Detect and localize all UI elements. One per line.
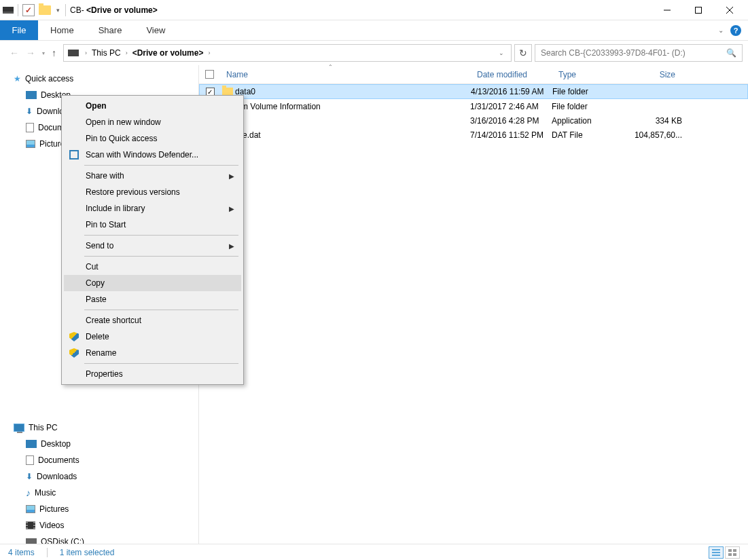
- file-list-area[interactable]: Name ⌃ Date modified Type Size ✓ data0 4…: [198, 65, 748, 544]
- addr-dropdown-icon[interactable]: ⌄: [496, 50, 507, 56]
- ribbon-expand-icon[interactable]: ⌄: [718, 26, 724, 34]
- file-row-svi[interactable]: tem Volume Information 1/31/2017 2:46 AM…: [199, 99, 748, 113]
- nav-pc-documents[interactable]: Documents: [8, 452, 198, 468]
- qat-dropdown-icon[interactable]: ▾: [55, 7, 61, 14]
- download-icon: ⬇: [26, 107, 33, 116]
- sort-indicator-icon: ⌃: [328, 64, 333, 70]
- cm-pin-start[interactable]: Pin to Start: [64, 217, 241, 233]
- status-bar: 4 items 1 item selected: [0, 544, 748, 560]
- cm-delete[interactable]: Delete: [64, 329, 241, 345]
- cm-paste[interactable]: Paste: [64, 291, 241, 307]
- desktop-icon: [26, 91, 37, 99]
- window-title: CB- <Drive or volume>: [70, 5, 158, 15]
- svg-rect-7: [728, 549, 732, 552]
- file-row-dat[interactable]: tfile.dat 7/14/2016 11:52 PM DAT File 10…: [199, 128, 748, 142]
- header-checkbox[interactable]: [199, 70, 219, 79]
- chevron-right-icon[interactable]: ›: [123, 50, 130, 56]
- nav-pc-videos[interactable]: Videos: [8, 517, 198, 534]
- column-headers: Name ⌃ Date modified Type Size: [199, 65, 748, 84]
- search-placeholder: Search CB-{C2033993-97D8-4F01- (D:): [541, 48, 685, 58]
- cm-cut[interactable]: Cut: [64, 259, 241, 275]
- cm-send-to[interactable]: Send to▶: [64, 238, 241, 254]
- videos-icon: [26, 521, 35, 529]
- ribbon-tabs: File Home Share View ⌄ ?: [0, 20, 748, 41]
- maximize-button[interactable]: [683, 0, 714, 20]
- nav-quick-access[interactable]: ★Quick access: [8, 71, 198, 87]
- nav-this-pc[interactable]: This PC: [8, 419, 198, 436]
- chevron-right-icon[interactable]: ›: [82, 50, 90, 56]
- svg-rect-10: [733, 553, 736, 556]
- close-button[interactable]: [714, 0, 745, 20]
- nav-pc-pictures[interactable]: Pictures: [8, 501, 198, 517]
- tab-home[interactable]: Home: [38, 20, 86, 40]
- cm-pin-quick-access[interactable]: Pin to Quick access: [64, 130, 241, 147]
- breadcrumb-this-pc[interactable]: This PC: [92, 48, 121, 58]
- cm-properties[interactable]: Properties: [64, 366, 241, 382]
- file-row-app[interactable]: 3/16/2016 4:28 PM Application 334 KB: [199, 113, 748, 128]
- cm-open-new-window[interactable]: Open in new window: [64, 114, 241, 130]
- cm-open[interactable]: Open: [64, 98, 241, 114]
- nav-forward-button[interactable]: →: [26, 48, 35, 58]
- search-icon[interactable]: 🔍: [726, 48, 736, 58]
- chevron-right-icon: ▶: [229, 172, 234, 180]
- svg-rect-5: [712, 552, 720, 553]
- nav-pc-music[interactable]: ♪Music: [8, 485, 198, 501]
- breadcrumb-drive[interactable]: <Drive or volume>: [132, 48, 204, 58]
- download-icon: ⬇: [26, 472, 33, 481]
- title-bar: ✓ ▾ CB- <Drive or volume>: [0, 0, 748, 20]
- qat-newfolder-icon[interactable]: [39, 5, 51, 15]
- music-icon: ♪: [26, 487, 31, 498]
- status-item-count: 4 items: [8, 548, 35, 557]
- tab-view[interactable]: View: [134, 20, 177, 40]
- cm-include-library[interactable]: Include in library▶: [64, 200, 241, 217]
- svg-rect-6: [712, 555, 720, 556]
- cm-copy[interactable]: Copy: [64, 275, 241, 291]
- svg-rect-8: [733, 549, 736, 552]
- cm-share-with[interactable]: Share with▶: [64, 168, 241, 184]
- cm-scan-defender[interactable]: Scan with Windows Defender...: [64, 147, 241, 163]
- nav-pc-downloads[interactable]: ⬇Downloads: [8, 468, 198, 485]
- refresh-button[interactable]: ↻: [514, 44, 532, 62]
- tab-share[interactable]: Share: [86, 20, 135, 40]
- column-date[interactable]: Date modified: [470, 70, 552, 79]
- nav-history-dropdown[interactable]: ▾: [42, 50, 45, 56]
- search-input[interactable]: Search CB-{C2033993-97D8-4F01- (D:) 🔍: [535, 44, 743, 62]
- minimize-button[interactable]: [652, 0, 683, 20]
- chevron-right-icon: ▶: [229, 242, 234, 250]
- chevron-right-icon: ▶: [229, 205, 234, 212]
- pictures-icon: [26, 140, 35, 148]
- cm-restore-versions[interactable]: Restore previous versions: [64, 184, 241, 200]
- pictures-icon: [26, 505, 35, 513]
- column-size[interactable]: Size: [630, 70, 682, 79]
- document-icon: [26, 123, 34, 132]
- nav-pc-osdisk[interactable]: OSDisk (C:): [8, 534, 198, 544]
- drive-icon: [68, 50, 79, 56]
- view-large-icons-button[interactable]: [725, 546, 740, 559]
- help-icon[interactable]: ?: [730, 25, 741, 36]
- nav-back-button[interactable]: ←: [10, 48, 19, 58]
- chevron-right-icon[interactable]: ›: [205, 50, 213, 56]
- svg-rect-4: [712, 549, 720, 550]
- view-details-button[interactable]: [709, 546, 724, 559]
- pc-icon: [14, 424, 24, 432]
- shield-icon: [69, 348, 79, 358]
- document-icon: [26, 455, 34, 465]
- column-type[interactable]: Type: [552, 70, 630, 79]
- nav-up-button[interactable]: ↑: [52, 48, 56, 58]
- qat-properties-icon[interactable]: ✓: [22, 4, 35, 16]
- address-bar[interactable]: › This PC › <Drive or volume> › ⌄: [63, 44, 512, 62]
- shield-icon: [69, 332, 79, 341]
- cm-rename[interactable]: Rename: [64, 345, 241, 361]
- desktop-icon: [26, 440, 37, 448]
- file-tab[interactable]: File: [0, 20, 38, 40]
- svg-rect-9: [728, 553, 732, 556]
- file-row-data0[interactable]: ✓ data0 4/13/2016 11:59 AM File folder: [199, 84, 748, 99]
- status-selection: 1 item selected: [60, 548, 115, 557]
- svg-rect-1: [696, 7, 702, 13]
- column-name[interactable]: Name: [219, 70, 470, 79]
- nav-pc-desktop[interactable]: Desktop: [8, 436, 198, 452]
- address-bar-row: ← → ▾ ↑ › This PC › <Drive or volume> › …: [0, 41, 748, 65]
- defender-icon: [68, 150, 80, 160]
- star-icon: ★: [14, 74, 21, 83]
- cm-create-shortcut[interactable]: Create shortcut: [64, 312, 241, 329]
